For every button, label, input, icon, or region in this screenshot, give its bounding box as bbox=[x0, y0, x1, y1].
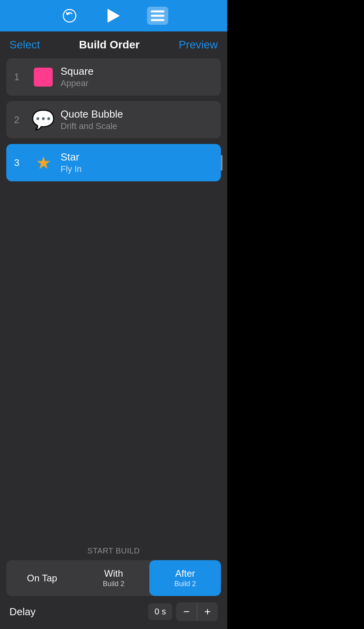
scroll-handle bbox=[221, 155, 222, 171]
delay-plus-button[interactable]: + bbox=[197, 602, 218, 621]
svg-marker-1 bbox=[108, 9, 119, 22]
with-build-sub: Build 2 bbox=[103, 580, 124, 588]
right-panel bbox=[227, 0, 364, 629]
start-build-buttons: On Tap With Build 2 After Build 2 bbox=[6, 560, 221, 596]
square-icon bbox=[32, 66, 54, 88]
after-build-button[interactable]: After Build 2 bbox=[149, 560, 221, 596]
svg-point-0 bbox=[63, 9, 76, 22]
delay-minus-button[interactable]: − bbox=[176, 602, 197, 621]
build-name-3: Star bbox=[61, 151, 82, 163]
header: Select Build Order Preview bbox=[0, 31, 227, 58]
with-build-button[interactable]: With Build 2 bbox=[78, 560, 149, 596]
on-tap-label: On Tap bbox=[27, 573, 57, 584]
svg-rect-2 bbox=[151, 11, 164, 12]
bottom-section: START BUILD On Tap With Build 2 After Bu… bbox=[0, 546, 227, 629]
build-name-2: Quote Bubble bbox=[61, 108, 123, 120]
svg-rect-3 bbox=[151, 15, 164, 17]
after-build-sub: Build 2 bbox=[174, 580, 196, 588]
build-list: 1 Square Appear 2 💬 Quote Bubble Drift a… bbox=[0, 58, 227, 546]
build-number-3: 3 bbox=[14, 157, 26, 168]
start-build-label: START BUILD bbox=[6, 546, 221, 555]
select-button[interactable]: Select bbox=[9, 39, 40, 51]
bubble-icon: 💬 bbox=[32, 109, 54, 131]
play-button[interactable] bbox=[104, 5, 123, 26]
delay-value: 0 s bbox=[148, 603, 172, 620]
build-item-2[interactable]: 2 💬 Quote Bubble Drift and Scale bbox=[6, 101, 221, 138]
svg-rect-4 bbox=[151, 19, 164, 21]
build-number-2: 2 bbox=[14, 114, 26, 125]
build-action-2: Drift and Scale bbox=[61, 121, 123, 131]
build-text-3: Star Fly In bbox=[61, 151, 82, 174]
star-icon: ★ bbox=[32, 152, 54, 174]
undo-button[interactable] bbox=[59, 5, 80, 26]
build-text-2: Quote Bubble Drift and Scale bbox=[61, 108, 123, 131]
toolbar bbox=[0, 0, 227, 31]
page-title: Build Order bbox=[79, 39, 140, 51]
preview-button[interactable]: Preview bbox=[178, 39, 218, 51]
with-build-label: With bbox=[104, 568, 123, 579]
delay-row: Delay 0 s − + bbox=[6, 602, 221, 621]
delay-stepper: − + bbox=[176, 602, 218, 621]
menu-button[interactable] bbox=[147, 7, 168, 25]
delay-label: Delay bbox=[9, 606, 148, 618]
build-text-1: Square Appear bbox=[61, 65, 94, 89]
on-tap-button[interactable]: On Tap bbox=[6, 560, 78, 596]
build-number-1: 1 bbox=[14, 72, 26, 83]
build-name-1: Square bbox=[61, 65, 94, 77]
build-action-3: Fly In bbox=[61, 164, 82, 174]
build-item-1[interactable]: 1 Square Appear bbox=[6, 58, 221, 96]
build-item-3[interactable]: 3 ★ Star Fly In bbox=[6, 144, 221, 181]
after-build-label: After bbox=[175, 568, 195, 579]
build-action-1: Appear bbox=[61, 78, 94, 89]
